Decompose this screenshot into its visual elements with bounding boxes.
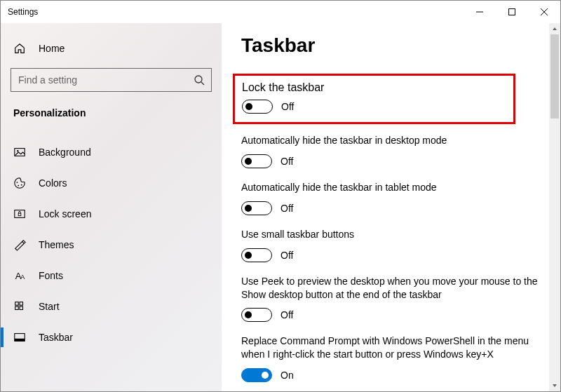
scrollbar[interactable] [549,23,560,391]
toggle-lock-taskbar[interactable] [242,100,273,114]
sidebar-item-label: Fonts [39,270,63,281]
close-button[interactable] [528,1,560,23]
home-icon [13,42,26,55]
sidebar-item-taskbar[interactable]: Taskbar [1,322,222,353]
svg-rect-15 [15,306,19,310]
svg-point-9 [18,185,19,187]
svg-rect-16 [20,306,23,310]
toggle-powershell[interactable] [241,368,272,382]
start-icon [13,300,26,313]
sidebar-item-themes[interactable]: Themes [1,229,222,260]
setting-label: Use Peek to preview the desktop when you… [241,275,543,302]
svg-point-8 [17,182,18,183]
page-title: Taskbar [241,34,543,57]
sidebar-item-label: Themes [39,239,74,250]
sidebar-item-label: Start [39,301,60,312]
home-link[interactable]: Home [1,34,222,62]
themes-icon [13,238,26,251]
fonts-icon: AA [13,269,26,282]
setting-label: Use small taskbar buttons [241,228,543,241]
window-buttons [464,1,560,23]
picture-icon [13,146,26,158]
toggle-state: Off [280,309,293,320]
taskbar-icon [13,331,26,344]
toggle-state: On [280,370,294,381]
sidebar-item-label: Taskbar [39,332,73,343]
window-title: Settings [8,7,464,17]
highlighted-setting: Lock the taskbar Off [233,74,515,124]
svg-point-7 [17,150,18,151]
sidebar-item-fonts[interactable]: AA Fonts [1,260,222,291]
sidebar-item-label: Colors [39,177,67,189]
scroll-down-icon[interactable] [549,380,560,391]
sidebar-item-background[interactable]: Background [1,137,222,168]
toggle-autohide-tablet[interactable] [241,201,272,215]
search-input[interactable] [11,68,212,92]
toggle-peek[interactable] [241,308,272,322]
sidebar-item-label: Background [39,147,91,158]
setting-label: Automatically hide the taskbar in tablet… [241,181,543,194]
toggle-small-buttons[interactable] [241,248,272,262]
search-wrap [11,68,212,92]
toggle-state: Off [280,203,293,214]
setting-label: Lock the taskbar [242,81,506,94]
toggle-state: Off [281,101,294,112]
svg-point-10 [21,184,22,186]
svg-rect-1 [509,9,515,15]
lock-screen-icon [13,208,26,220]
minimize-button[interactable] [464,1,496,23]
titlebar: Settings [1,1,560,23]
toggle-state: Off [280,250,293,261]
svg-rect-12 [18,213,21,216]
toggle-autohide-desktop[interactable] [241,154,272,168]
scroll-up-icon[interactable] [549,23,560,34]
sidebar-item-label: Lock screen [39,208,91,219]
setting-label: Replace Command Prompt with Windows Powe… [241,334,543,361]
svg-rect-14 [20,302,23,306]
home-label: Home [39,43,65,54]
main-pane: Taskbar Lock the taskbar Off Automatical… [222,23,560,391]
sidebar-item-lock-screen[interactable]: Lock screen [1,198,222,229]
category-header: Personalization [1,99,222,127]
search-icon [194,74,205,86]
svg-point-4 [195,76,202,83]
maximize-button[interactable] [496,1,528,23]
sidebar-item-colors[interactable]: Colors [1,168,222,198]
scroll-thumb[interactable] [550,34,559,119]
sidebar-item-start[interactable]: Start [1,291,222,322]
scroll-track[interactable] [549,34,560,380]
svg-rect-13 [15,302,19,306]
sidebar: Home Personalization Background Colors L… [1,23,222,391]
palette-icon [13,177,26,189]
svg-rect-18 [15,339,25,342]
toggle-state: Off [280,156,293,167]
setting-label: Automatically hide the taskbar in deskto… [241,134,543,147]
svg-line-5 [201,82,204,85]
